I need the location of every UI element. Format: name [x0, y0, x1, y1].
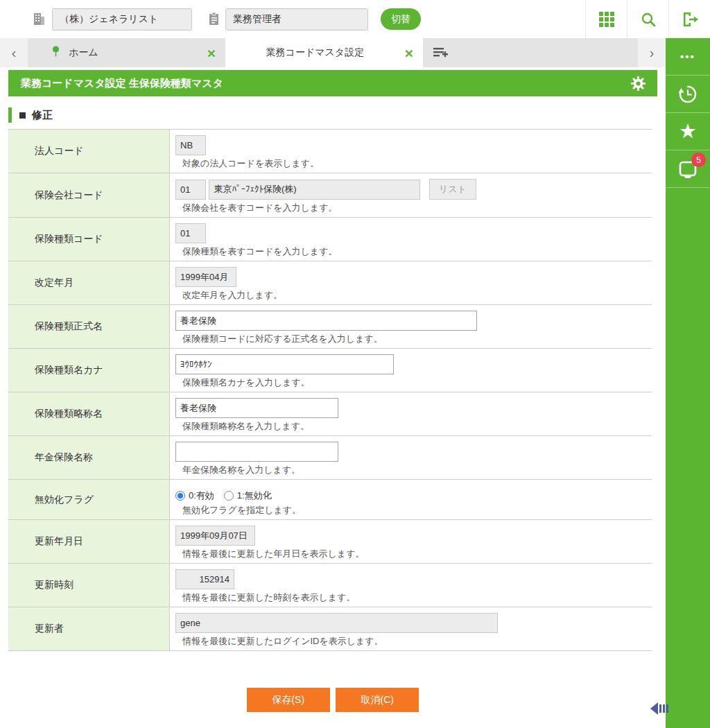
collapse-panel-arrow[interactable]	[650, 701, 670, 719]
sidebar-history-button[interactable]	[666, 76, 710, 113]
row-label: 無効化フラグ	[8, 480, 170, 519]
disable-flag-radio-group: 0:有効 1:無効化	[175, 489, 645, 502]
official-name-field[interactable]	[175, 311, 477, 331]
row-label: 保険種類略称名	[8, 392, 170, 435]
section-heading-label: 修正	[32, 109, 53, 122]
row-hint: 情報を最後に更新した年月日を表示します。	[175, 548, 645, 560]
insurance-type-code-field[interactable]	[175, 223, 206, 243]
row-label: 保険種類コード	[8, 218, 170, 261]
star-icon: ★	[679, 121, 697, 141]
row-label: 保険種類正式名	[8, 305, 170, 348]
section-accent-bar	[8, 107, 12, 123]
row-hint: 無効化フラグを指定します。	[175, 505, 645, 516]
table-row-updated-date: 更新年月日 情報を最後に更新した年月日を表示します。	[8, 520, 652, 564]
sidebar-favorites-button[interactable]: ★	[666, 113, 710, 150]
corporate-code-field[interactable]	[175, 135, 206, 155]
row-hint: 保険種類名カナを入力します。	[175, 377, 645, 388]
row-label: 保険種類名カナ	[8, 349, 170, 392]
role-input[interactable]	[225, 8, 368, 31]
table-row-insurer-code: 保険会社コード リスト 保険会社を表すコードを入力します。	[8, 173, 652, 218]
row-hint: 情報を最後に更新したログインIDを表示します。	[175, 636, 645, 647]
header-icon-group	[585, 0, 710, 38]
main-content: 業務コードマスタ設定 生保保険種類マスタ 修正	[0, 70, 666, 712]
row-hint: 情報を最後に更新した時刻を表示します。	[175, 592, 645, 603]
new-tab-button[interactable]	[423, 38, 458, 67]
logout-icon	[681, 11, 699, 28]
tab-business-code-master-label: 業務コードマスタ設定	[225, 46, 405, 59]
save-button[interactable]: 保存(S)	[247, 688, 330, 712]
gear-icon[interactable]	[630, 76, 646, 92]
row-label: 更新時刻	[8, 564, 170, 607]
short-name-field[interactable]	[175, 398, 338, 418]
table-row-official-name: 保険種類正式名 保険種類コードに対応する正式名を入力します。	[8, 305, 652, 349]
add-tab-icon	[433, 46, 448, 59]
search-button[interactable]	[627, 0, 668, 38]
pension-name-field[interactable]	[175, 442, 338, 462]
section-heading: 修正	[8, 107, 657, 123]
table-row-short-name: 保険種類略称名 保険種類略称名を入力します。	[8, 392, 652, 436]
row-hint: 保険会社を表すコードを入力します。	[175, 202, 645, 214]
tab-home[interactable]: ホーム ×	[28, 38, 225, 67]
radio-enabled-label: 0:有効	[189, 489, 214, 502]
insurer-list-button[interactable]: リスト	[429, 179, 476, 200]
cancel-button[interactable]: 取消(C)	[336, 688, 419, 712]
edit-form-table: 法人コード 対象の法人コードを表示します。 保険会社コード リスト 保険会社を表…	[8, 129, 652, 651]
revision-month-field[interactable]	[175, 267, 236, 287]
table-row-disable-flag: 無効化フラグ 0:有効 1:無効化 無効化フラグを指定します。	[8, 480, 652, 520]
row-label: 保険会社コード	[8, 173, 170, 217]
table-row-corporate-code: 法人コード 対象の法人コードを表示します。	[8, 130, 652, 173]
top-header: 切替	[0, 0, 710, 38]
tab-business-code-master[interactable]: 業務コードマスタ設定 ×	[225, 38, 423, 67]
action-button-row: 保存(S) 取消(C)	[0, 688, 666, 712]
table-row-insurance-type-code: 保険種類コード 保険種類を表すコードを入力します。	[8, 218, 652, 261]
table-row-updated-time: 更新時刻 情報を最後に更新した時刻を表示します。	[8, 564, 652, 607]
radio-disabled-label: 1:無効化	[237, 489, 272, 502]
more-dots-icon: •••	[680, 51, 695, 62]
collapse-arrow-icon	[650, 701, 670, 716]
row-hint: 保険種類を表すコードを入力します。	[175, 246, 645, 257]
row-hint: 保険種類コードに対応する正式名を入力します。	[175, 333, 645, 345]
row-label: 更新者	[8, 607, 170, 650]
apps-grid-icon	[599, 12, 614, 27]
sidebar-notifications-button[interactable]: 5	[666, 150, 710, 188]
right-sidebar: ••• ★ 5	[666, 38, 710, 728]
section-square-icon	[19, 112, 26, 119]
insurer-name-field[interactable]	[209, 180, 420, 200]
search-icon	[640, 11, 657, 28]
notification-badge: 5	[691, 153, 706, 167]
table-row-revision-month: 改定年月 改定年月を入力します。	[8, 261, 652, 305]
tab-scroll-prev[interactable]: ‹	[0, 38, 28, 67]
row-label: 年金保険名称	[8, 436, 170, 479]
insurer-code-field[interactable]	[175, 180, 206, 200]
row-hint: 改定年月を入力します。	[175, 290, 645, 301]
pin-icon	[51, 46, 60, 60]
history-icon	[677, 84, 698, 105]
tab-home-close-icon[interactable]: ×	[207, 46, 216, 60]
kana-name-field[interactable]	[175, 354, 394, 374]
tabbar-filler	[458, 38, 638, 67]
tab-bar: ‹ ホーム × 業務コードマスタ設定 ×	[0, 38, 666, 67]
tab-business-code-master-close-icon[interactable]: ×	[405, 46, 413, 60]
row-hint: 対象の法人コードを表示します。	[175, 158, 645, 169]
table-row-kana-name: 保険種類名カナ 保険種類名カナを入力します。	[8, 349, 652, 392]
building-icon	[32, 12, 46, 26]
row-label: 改定年月	[8, 261, 170, 304]
company-input[interactable]	[52, 8, 192, 31]
updater-field[interactable]	[175, 613, 498, 633]
table-row-updater: 更新者 情報を最後に更新したログインIDを表示します。	[8, 607, 652, 651]
tab-home-label: ホーム	[69, 46, 207, 59]
updated-time-field[interactable]	[175, 569, 234, 589]
page-title: 業務コードマスタ設定 生保保険種類マスタ	[21, 77, 223, 90]
switch-button[interactable]: 切替	[381, 8, 421, 30]
updated-date-field[interactable]	[175, 526, 255, 546]
tab-scroll-next[interactable]: ›	[638, 38, 666, 67]
table-row-pension-name: 年金保険名称 年金保険名称を入力します。	[8, 436, 652, 480]
radio-enabled[interactable]	[175, 491, 185, 501]
apps-grid-button[interactable]	[585, 0, 627, 38]
radio-disabled[interactable]	[224, 491, 234, 501]
row-hint: 年金保険名称を入力します。	[175, 465, 645, 476]
logout-button[interactable]	[668, 0, 710, 38]
row-label: 更新年月日	[8, 520, 170, 563]
clipboard-icon	[207, 12, 220, 26]
sidebar-more-button[interactable]: •••	[666, 38, 710, 76]
